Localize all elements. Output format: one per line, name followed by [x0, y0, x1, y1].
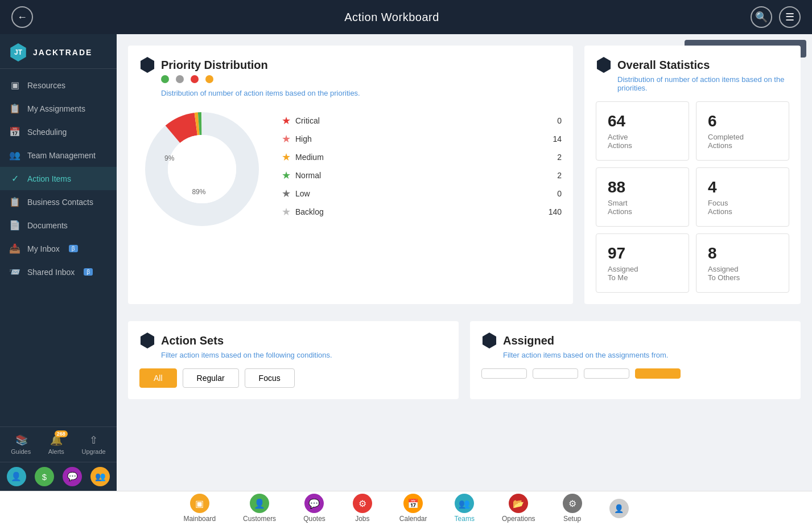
medium-label: Medium: [295, 153, 540, 162]
app-tab-mainboard[interactable]: ▣ Mainboard: [170, 490, 229, 525]
sidebar-item-label: Shared Inbox: [27, 268, 75, 277]
customers-label: Customers: [243, 515, 276, 523]
stat-card-active-actions[interactable]: 64 ActiveActions: [596, 101, 689, 161]
profile-group-icon[interactable]: 👥: [90, 467, 110, 486]
contacts-icon: 📋: [9, 196, 20, 207]
mainboard-label: Mainboard: [183, 515, 216, 523]
menu-button[interactable]: ☰: [779, 6, 801, 28]
mainboard-icon: ▣: [190, 494, 209, 513]
logo-icon: JT: [9, 43, 27, 61]
sidebar-item-label: My Assignments: [27, 104, 85, 113]
sidebar: JT JACKTRADE ▣ Resources 📋 My Assignment…: [0, 34, 117, 491]
stat-card-smart-actions[interactable]: 88 SmartActions: [596, 167, 689, 227]
filter-all-button[interactable]: All: [139, 368, 177, 388]
stat-card-assigned-to-me[interactable]: 97 AssignedTo Me: [596, 233, 689, 293]
sidebar-item-label: Team Management: [27, 151, 96, 160]
legend-normal: ★ Normal 2: [282, 169, 562, 182]
chart-container: 9% 89% ★ Critical 0 ★ High 14: [139, 106, 562, 232]
guides-label: Guides: [11, 448, 31, 455]
stat-card-completed-actions[interactable]: 6 CompletedActions: [696, 101, 789, 161]
app-tab-teams[interactable]: 👥 Teams: [441, 490, 488, 525]
bottom-row: Action Sets Filter action items based on…: [128, 321, 801, 399]
medium-value: 2: [545, 153, 562, 162]
sidebar-item-shared-inbox[interactable]: 📨 Shared Inbox β: [0, 260, 117, 284]
low-label: Low: [295, 189, 540, 198]
backlog-value: 140: [545, 207, 562, 216]
sidebar-guides-btn[interactable]: 📚 Guides: [6, 432, 35, 457]
app-tab-operations[interactable]: 📂 Operations: [488, 490, 549, 525]
dot-gray: [176, 75, 184, 83]
sidebar-item-team-management[interactable]: 👥 Team Management: [0, 143, 117, 167]
assigned-to-me-label: AssignedTo Me: [608, 265, 677, 282]
stat-card-assigned-others[interactable]: 8 AssignedTo Others: [696, 233, 789, 293]
chart-label-89: 89%: [192, 188, 205, 196]
search-button[interactable]: 🔍: [751, 6, 772, 28]
setup-label: Setup: [563, 515, 581, 523]
jobs-icon: ⚙: [353, 494, 372, 513]
profile-dollar-icon[interactable]: $: [35, 467, 54, 486]
high-value: 14: [545, 134, 562, 143]
teams-icon: 👥: [455, 494, 474, 513]
sidebar-bottom-nav: 📚 Guides 🔔 268 Alerts ⇧ Upgrade: [0, 426, 117, 462]
assigned-filter-1[interactable]: [481, 368, 527, 379]
assigned-to-me-number: 97: [608, 244, 677, 262]
main-content: Toggle Dashboard and List View Priority …: [117, 34, 812, 491]
action-sets-hex-icon: [139, 333, 155, 348]
low-star-icon: ★: [282, 187, 291, 200]
quotes-label: Quotes: [303, 515, 325, 523]
action-sets-header: Action Sets: [139, 333, 447, 348]
scheduling-icon: 📅: [9, 126, 20, 137]
sidebar-alerts-btn[interactable]: 🔔 268 Alerts: [44, 432, 69, 457]
assigned-filter-4[interactable]: [635, 368, 681, 379]
upgrade-label: Upgrade: [81, 448, 105, 455]
app-tab-jobs[interactable]: ⚙ Jobs: [339, 490, 386, 525]
donut-chart: 9% 89%: [139, 106, 265, 232]
profile-user-icon[interactable]: 👤: [7, 467, 26, 486]
bottom-app-bar: ▣ Mainboard 👤 Customers 💬 Quotes ⚙ Jobs …: [0, 491, 812, 525]
legend-backlog: ★ Backlog 140: [282, 206, 562, 218]
assigned-filter-3[interactable]: [584, 368, 629, 379]
header-left: ←: [11, 6, 33, 28]
normal-value: 2: [545, 171, 562, 180]
shared-inbox-icon: 📨: [9, 266, 20, 277]
app-tab-quotes[interactable]: 💬 Quotes: [290, 490, 339, 525]
logo-text: JACKTRADE: [33, 48, 92, 57]
filter-regular-button[interactable]: Regular: [183, 368, 239, 388]
action-items-icon: ✓: [9, 173, 20, 184]
priority-distribution-section: Priority Distribution Distribution of nu…: [128, 46, 573, 304]
jobs-label: Jobs: [355, 515, 369, 523]
app-tab-setup[interactable]: ⚙ Setup: [549, 490, 596, 525]
priority-dots: [161, 75, 562, 83]
sidebar-item-my-assignments[interactable]: 📋 My Assignments: [0, 97, 117, 120]
app-tab-customers[interactable]: 👤 Customers: [229, 490, 290, 525]
sidebar-item-label: Documents: [27, 221, 68, 230]
sidebar-item-action-items[interactable]: ✓ Action Items: [0, 167, 117, 190]
assigned-header: Assigned: [481, 333, 789, 348]
focus-actions-number: 4: [708, 178, 777, 196]
legend-high: ★ High 14: [282, 133, 562, 145]
assigned-filter-2[interactable]: [533, 368, 578, 379]
alerts-badge: 268: [55, 430, 68, 437]
critical-label: Critical: [295, 116, 540, 125]
sidebar-item-documents[interactable]: 📄 Documents: [0, 214, 117, 237]
app-tab-calendar[interactable]: 📅 Calendar: [386, 490, 441, 525]
sidebar-item-business-contacts[interactable]: 📋 Business Contacts: [0, 190, 117, 214]
active-actions-label: ActiveActions: [608, 133, 677, 150]
sidebar-upgrade-btn[interactable]: ⇧ Upgrade: [77, 432, 110, 457]
action-sets-section: Action Sets Filter action items based on…: [128, 321, 459, 399]
back-button[interactable]: ←: [11, 6, 33, 28]
stat-card-focus-actions[interactable]: 4 FocusActions: [696, 167, 789, 227]
profile-chat-icon[interactable]: 💬: [63, 467, 82, 486]
medium-star-icon: ★: [282, 151, 291, 163]
sidebar-item-my-inbox[interactable]: 📥 My Inbox β: [0, 237, 117, 260]
dot-red: [191, 75, 199, 83]
focus-actions-label: FocusActions: [708, 199, 777, 216]
filter-focus-button[interactable]: Focus: [245, 368, 295, 388]
active-actions-number: 64: [608, 112, 677, 130]
stats-hex-icon: [596, 57, 612, 73]
operations-icon: 📂: [509, 494, 528, 513]
app-tab-profile[interactable]: 👤: [596, 495, 642, 522]
sidebar-item-resources[interactable]: ▣ Resources: [0, 73, 117, 97]
sidebar-item-scheduling[interactable]: 📅 Scheduling: [0, 120, 117, 143]
dot-yellow: [205, 75, 213, 83]
